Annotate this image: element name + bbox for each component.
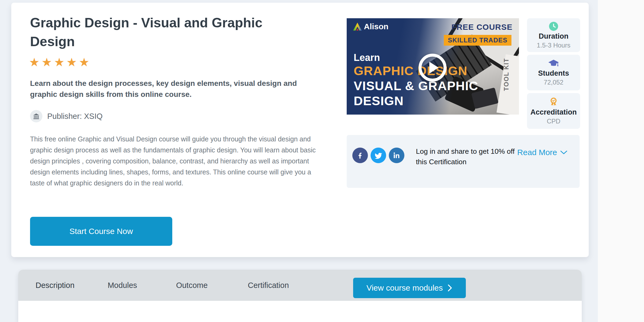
course-subtitle: Learn about the design processes, key de… bbox=[30, 78, 321, 100]
stat-card-students: Students 72,052 bbox=[527, 55, 580, 90]
clock-icon bbox=[549, 21, 558, 31]
chevron-right-icon bbox=[447, 284, 452, 292]
course-description: This free online Graphic and Visual Desi… bbox=[30, 134, 327, 189]
star-rating: ★★★★★ bbox=[29, 55, 91, 69]
thumbnail-caption-line3: DESIGN bbox=[354, 93, 404, 108]
medal-icon bbox=[549, 97, 558, 107]
institution-icon bbox=[30, 110, 42, 122]
read-more-link[interactable]: Read More bbox=[517, 148, 567, 157]
publisher-row: Publisher: XSIQ bbox=[30, 110, 103, 122]
stat-value: 1.5-3 Hours bbox=[537, 42, 570, 49]
tab-outcome[interactable]: Outcome bbox=[176, 270, 208, 301]
twitter-share-button[interactable] bbox=[371, 148, 386, 163]
share-message: Log in and share to get 10% off this Cer… bbox=[416, 146, 522, 167]
thumbnail-caption-learn: Learn bbox=[354, 52, 380, 63]
publisher-label[interactable]: Publisher: XSIQ bbox=[47, 112, 103, 121]
graduation-cap-icon bbox=[548, 59, 559, 68]
linkedin-icon bbox=[393, 152, 400, 159]
stat-label: Students bbox=[538, 69, 569, 78]
thumbnail-caption-line1: GRAPHIC DESIGN bbox=[354, 63, 467, 78]
tab-description[interactable]: Description bbox=[35, 270, 74, 301]
read-more-label: Read More bbox=[517, 148, 557, 157]
free-course-badge: FREE COURSE bbox=[451, 23, 513, 32]
page-title: Graphic Design - Visual and Graphic Desi… bbox=[30, 13, 301, 51]
chevron-down-icon bbox=[560, 150, 567, 155]
twitter-icon bbox=[374, 151, 382, 159]
course-tabs-section: Description Modules Outcome Certificatio… bbox=[18, 270, 582, 322]
facebook-share-button[interactable] bbox=[352, 148, 368, 163]
tabs-header: Description Modules Outcome Certificatio… bbox=[18, 270, 582, 301]
social-buttons-row bbox=[352, 148, 404, 163]
stat-value: CPD bbox=[547, 118, 561, 125]
stat-card-accreditation: Accreditation CPD bbox=[527, 93, 580, 129]
thumbnail-caption-line2: VISUAL & GRAPHIC bbox=[354, 78, 478, 93]
stat-value: 72,052 bbox=[544, 79, 563, 86]
tab-content-area bbox=[18, 301, 582, 322]
facebook-icon bbox=[356, 151, 364, 159]
alison-brand-name: Alison bbox=[364, 22, 389, 31]
start-course-button[interactable]: Start Course Now bbox=[30, 217, 172, 246]
course-hero-card: Graphic Design - Visual and Graphic Desi… bbox=[11, 3, 589, 257]
stat-label: Duration bbox=[539, 32, 569, 41]
stat-label: Accreditation bbox=[530, 108, 577, 116]
view-course-modules-button[interactable]: View course modules bbox=[353, 278, 466, 298]
course-video-thumbnail[interactable]: Alison FREE COURSE SKILLED TRADES Learn … bbox=[347, 18, 519, 115]
play-icon bbox=[429, 62, 438, 74]
tool-kit-prop-text: TOOL KIT bbox=[503, 58, 510, 91]
share-panel: Log in and share to get 10% off this Cer… bbox=[347, 135, 580, 188]
tab-modules[interactable]: Modules bbox=[108, 270, 137, 301]
skilled-trades-badge: SKILLED TRADES bbox=[444, 35, 511, 46]
play-button[interactable] bbox=[419, 54, 447, 82]
stat-card-duration: Duration 1.5-3 Hours bbox=[527, 18, 580, 52]
alison-logo: Alison bbox=[353, 22, 389, 31]
tab-certification[interactable]: Certification bbox=[248, 270, 289, 301]
alison-logo-icon bbox=[353, 23, 362, 31]
view-course-modules-label: View course modules bbox=[367, 283, 443, 292]
linkedin-share-button[interactable] bbox=[389, 148, 404, 163]
